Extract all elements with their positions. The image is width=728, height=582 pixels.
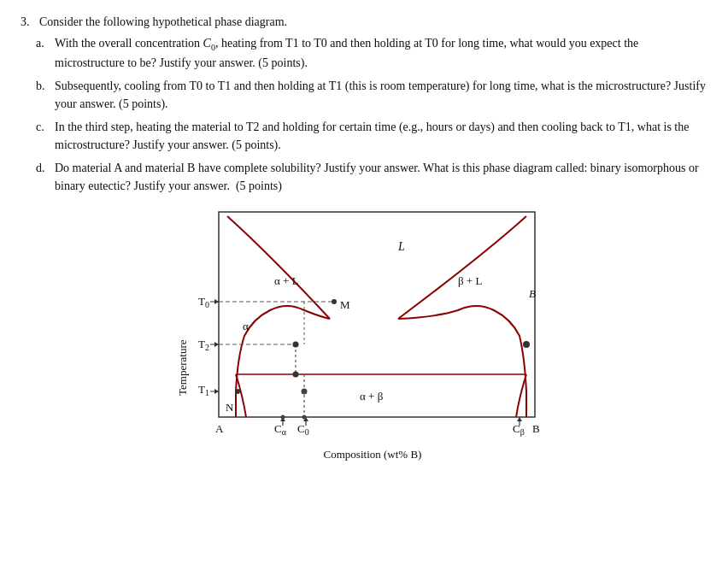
question-number: 3. [21,15,39,29]
svg-point-26 [302,414,307,419]
svg-rect-0 [219,212,535,417]
sub-text-a: With the overall concentration C0, heati… [55,34,707,72]
T2-label: T2 [198,338,209,352]
svg-point-18 [523,341,530,348]
y-axis-label: Temperature [176,273,190,461]
T0-label: T0 [198,295,209,309]
alpha-beta-label: α + β [360,390,384,403]
sub-items-list: a. With the overall concentration C0, he… [36,34,707,195]
sub-text-d: Do material A and material B have comple… [55,159,707,195]
beta-L-label: β + L [458,274,482,287]
L-label: L [397,240,405,253]
question-intro: 3. Consider the following hypothetical p… [21,15,707,29]
M-label: M [340,298,350,311]
T1-label: T1 [198,383,209,397]
diagram-container: Temperature [21,203,707,461]
svg-point-25 [281,414,285,419]
sub-item-a: a. With the overall concentration C0, he… [36,34,707,72]
Ca-label: Cα [274,422,287,437]
svg-point-16 [235,389,240,394]
sub-item-b: b. Subsequently, cooling from T0 to T1 a… [36,77,707,113]
sub-item-d: d. Do material A and material B have com… [36,159,707,195]
c0-label: C [203,37,211,50]
sub-text-b: Subsequently, cooling from T0 to T1 and … [55,77,707,113]
sub-text-c: In the third step, heating the material … [55,118,707,154]
svg-point-6 [293,341,299,347]
C0-label: C0 [297,422,309,437]
B-label: B [532,422,540,435]
A-label: A [215,422,224,435]
svg-point-3 [332,299,337,304]
sub-label-a: a. [36,34,55,72]
sub-item-c: c. In the third step, heating the materi… [36,118,707,154]
question-container: 3. Consider the following hypothetical p… [21,15,707,461]
diagram-wrap: Temperature [176,203,552,461]
question-intro-text: Consider the following hypothetical phas… [39,15,287,29]
sub-label-d: d. [36,159,55,195]
x-axis-title: Composition (wt% B) [193,448,552,461]
N-label: N [226,401,234,414]
alpha-label: α [243,320,249,332]
alpha-L-label: α + L [274,274,299,287]
B-side-label: B [529,287,536,300]
svg-point-17 [302,388,308,394]
sub-label-b: b. [36,77,55,113]
diagram-svg: L α + L β + L α α + β M N T0 [193,203,552,461]
CB-label: Cβ [513,422,525,437]
sub-label-c: c. [36,118,55,154]
svg-point-7 [293,371,299,377]
